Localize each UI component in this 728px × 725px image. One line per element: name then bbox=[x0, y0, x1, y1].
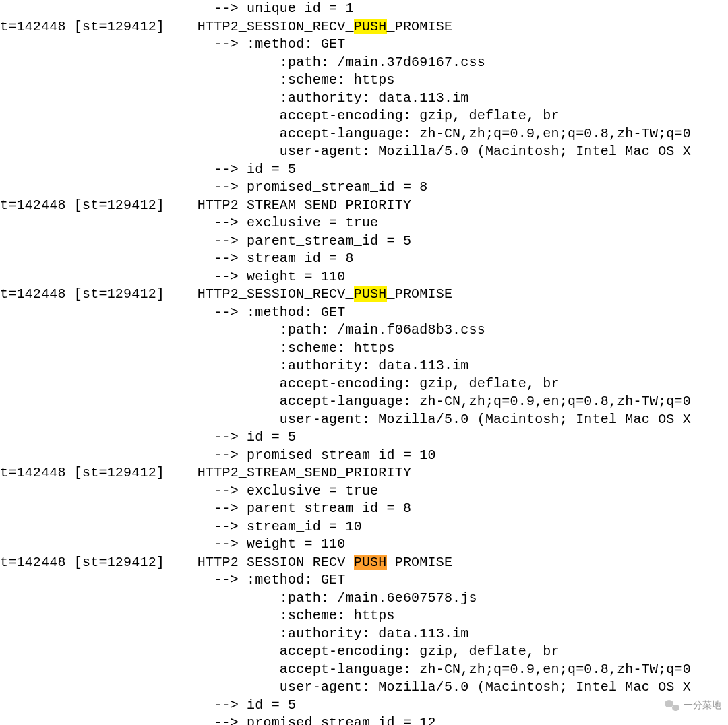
event-detail-line: --> stream_id = 8 bbox=[0, 250, 728, 268]
log-line: --> unique_id = 1 bbox=[0, 0, 728, 18]
event-detail-line: --> id = 5 bbox=[0, 161, 728, 179]
event-detail-line: user-agent: Mozilla/5.0 (Macintosh; Inte… bbox=[0, 143, 728, 161]
event-detail-line: :scheme: https bbox=[0, 607, 728, 625]
event-detail-line: --> promised_stream_id = 12 bbox=[0, 714, 728, 725]
search-highlight: PUSH bbox=[354, 19, 387, 34]
event-detail-line: :path: /main.37d69167.css bbox=[0, 54, 728, 72]
event-detail-line: --> :method: GET bbox=[0, 304, 728, 322]
event-detail-line: accept-encoding: gzip, deflate, br bbox=[0, 107, 728, 125]
search-highlight: PUSH bbox=[354, 286, 387, 302]
event-detail-line: :path: /main.6e607578.js bbox=[0, 590, 728, 608]
event-detail-line: :scheme: https bbox=[0, 71, 728, 90]
event-detail-line: --> parent_stream_id = 5 bbox=[0, 232, 728, 251]
wechat-icon bbox=[665, 699, 679, 712]
event-detail-line: :path: /main.f06ad8b3.css bbox=[0, 321, 728, 340]
event-detail-line: --> promised_stream_id = 8 bbox=[0, 179, 728, 197]
event-detail-line: --> id = 5 bbox=[0, 697, 728, 715]
event-title-line: t=142448 [st=129412] HTTP2_STREAM_SEND_P… bbox=[0, 464, 728, 482]
watermark-text: 一分菜地 bbox=[684, 699, 721, 712]
event-detail-line: --> :method: GET bbox=[0, 36, 728, 54]
event-detail-line: accept-language: zh-CN,zh;q=0.9,en;q=0.8… bbox=[0, 661, 728, 679]
event-detail-line: --> exclusive = true bbox=[0, 214, 728, 232]
search-highlight: PUSH bbox=[354, 555, 387, 570]
net-log-output: --> unique_id = 1t=142448 [st=129412] HT… bbox=[0, 0, 728, 725]
wechat-watermark: 一分菜地 bbox=[665, 699, 721, 712]
event-detail-line: --> exclusive = true bbox=[0, 482, 728, 501]
event-detail-line: --> promised_stream_id = 10 bbox=[0, 447, 728, 465]
event-detail-line: user-agent: Mozilla/5.0 (Macintosh; Inte… bbox=[0, 679, 728, 697]
event-title-line: t=142448 [st=129412] HTTP2_SESSION_RECV_… bbox=[0, 286, 728, 304]
event-detail-line: user-agent: Mozilla/5.0 (Macintosh; Inte… bbox=[0, 411, 728, 429]
event-detail-line: --> id = 5 bbox=[0, 429, 728, 447]
event-detail-line: --> :method: GET bbox=[0, 571, 728, 590]
event-detail-line: :authority: data.113.im bbox=[0, 625, 728, 643]
event-title-line: t=142448 [st=129412] HTTP2_STREAM_SEND_P… bbox=[0, 197, 728, 215]
event-detail-line: --> weight = 110 bbox=[0, 268, 728, 286]
event-detail-line: :authority: data.113.im bbox=[0, 90, 728, 108]
event-detail-line: accept-encoding: gzip, deflate, br bbox=[0, 375, 728, 393]
event-detail-line: --> weight = 110 bbox=[0, 536, 728, 554]
event-detail-line: accept-encoding: gzip, deflate, br bbox=[0, 643, 728, 661]
event-detail-line: :scheme: https bbox=[0, 340, 728, 358]
event-title-line: t=142448 [st=129412] HTTP2_SESSION_RECV_… bbox=[0, 554, 728, 572]
event-detail-line: :authority: data.113.im bbox=[0, 357, 728, 375]
event-title-line: t=142448 [st=129412] HTTP2_SESSION_RECV_… bbox=[0, 18, 728, 36]
event-detail-line: --> parent_stream_id = 8 bbox=[0, 500, 728, 518]
event-detail-line: accept-language: zh-CN,zh;q=0.9,en;q=0.8… bbox=[0, 393, 728, 411]
event-detail-line: accept-language: zh-CN,zh;q=0.9,en;q=0.8… bbox=[0, 125, 728, 144]
event-detail-line: --> stream_id = 10 bbox=[0, 518, 728, 536]
